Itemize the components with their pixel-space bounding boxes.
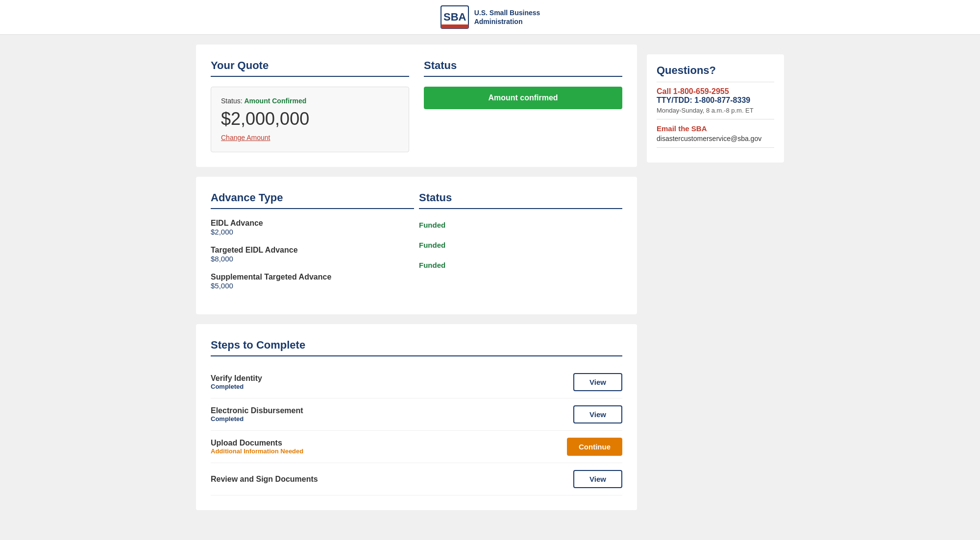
step-disbursement-name: Electronic Disbursement: [211, 406, 303, 415]
step-verify-status: Completed: [211, 383, 262, 390]
targeted-status-item: Funded: [419, 239, 622, 249]
step-verify-name: Verify Identity: [211, 374, 262, 383]
step-disbursement-status: Completed: [211, 415, 303, 423]
eidl-funded-status: Funded: [419, 219, 622, 229]
step-review-info: Review and Sign Documents: [211, 475, 318, 484]
phone-link[interactable]: Call 1-800-659-2955: [657, 87, 774, 96]
step-review-sign: Review and Sign Documents View: [211, 463, 622, 495]
advance-type-title: Advance Type: [211, 191, 414, 209]
step-verify-info: Verify Identity Completed: [211, 374, 262, 390]
quote-box: Status: Amount Confirmed $2,000,000 Chan…: [211, 87, 409, 152]
amount-confirmed-button[interactable]: Amount confirmed: [424, 87, 622, 109]
supplemental-advance-amount: $5,000: [211, 282, 414, 290]
step-upload-continue-button[interactable]: Continue: [567, 438, 622, 456]
status-title: Status: [424, 59, 622, 77]
steps-title: Steps to Complete: [211, 339, 622, 356]
advance-type-col: Advance Type EIDL Advance $2,000 Targete…: [211, 191, 414, 300]
quote-amount: $2,000,000: [221, 109, 399, 129]
step-disbursement-info: Electronic Disbursement Completed: [211, 406, 303, 423]
email-label[interactable]: Email the SBA: [657, 124, 774, 133]
quote-status-grid: Your Quote Status: Amount Confirmed $2,0…: [211, 59, 622, 152]
questions-divider: [657, 82, 774, 82]
supplemental-advance-item: Supplemental Targeted Advance $5,000: [211, 273, 414, 290]
steps-card: Steps to Complete Verify Identity Comple…: [196, 324, 637, 510]
quote-status-card: Your Quote Status: Amount Confirmed $2,0…: [196, 45, 637, 167]
advance-status-title: Status: [419, 191, 622, 209]
targeted-eidl-advance-amount: $8,000: [211, 255, 414, 263]
hours-text: Monday-Sunday, 8 a.m.-8 p.m. ET: [657, 107, 774, 114]
advance-status-col: Status Funded Funded Funded: [419, 191, 622, 300]
main-layout: Your Quote Status: Amount Confirmed $2,0…: [0, 35, 980, 520]
bottom-divider: [657, 147, 774, 148]
quote-status-value: Amount Confirmed: [244, 97, 306, 105]
sidebar: Questions? Call 1-800-659-2955 TTY/TDD: …: [647, 45, 784, 510]
email-address: disastercustomerservice@sba.gov: [657, 135, 774, 142]
step-verify-view-button[interactable]: View: [573, 373, 622, 391]
targeted-eidl-advance-item: Targeted EIDL Advance $8,000: [211, 246, 414, 263]
questions-section: Questions? Call 1-800-659-2955 TTY/TDD: …: [647, 54, 784, 163]
step-review-name: Review and Sign Documents: [211, 475, 318, 484]
step-upload-name: Upload Documents: [211, 439, 303, 447]
your-quote-title: Your Quote: [211, 59, 409, 77]
supplemental-status-item: Funded: [419, 259, 622, 269]
step-electronic-disbursement: Electronic Disbursement Completed View: [211, 399, 622, 431]
status-section: Status Amount confirmed: [424, 59, 622, 152]
questions-title: Questions?: [657, 64, 774, 77]
step-upload-info: Upload Documents Additional Information …: [211, 439, 303, 455]
quote-status-label: Status: Amount Confirmed: [221, 97, 399, 105]
content-area: Your Quote Status: Amount Confirmed $2,0…: [196, 45, 637, 510]
step-upload-status: Additional Information Needed: [211, 447, 303, 455]
targeted-funded-status: Funded: [419, 239, 622, 249]
step-upload-documents: Upload Documents Additional Information …: [211, 431, 622, 463]
logo-text: U.S. Small Business Administration: [474, 8, 540, 26]
header: SBA U.S. Small Business Administration: [0, 0, 980, 35]
svg-text:SBA: SBA: [443, 11, 466, 23]
advance-type-card: Advance Type EIDL Advance $2,000 Targete…: [196, 177, 637, 314]
step-review-view-button[interactable]: View: [573, 470, 622, 488]
supplemental-advance-name: Supplemental Targeted Advance: [211, 273, 414, 282]
email-divider: [657, 119, 774, 119]
step-disbursement-view-button[interactable]: View: [573, 405, 622, 423]
supplemental-funded-status: Funded: [419, 259, 622, 269]
svg-rect-2: [441, 24, 468, 28]
advance-grid: Advance Type EIDL Advance $2,000 Targete…: [211, 191, 622, 300]
eidl-status-item: Funded: [419, 219, 622, 229]
sba-logo-icon: SBA: [440, 5, 469, 29]
targeted-eidl-advance-name: Targeted EIDL Advance: [211, 246, 414, 255]
tty-link[interactable]: TTY/TDD: 1-800-877-8339: [657, 96, 774, 105]
logo-container: SBA U.S. Small Business Administration: [440, 5, 540, 29]
eidl-advance-name: EIDL Advance: [211, 219, 414, 228]
eidl-advance-item: EIDL Advance $2,000: [211, 219, 414, 236]
eidl-advance-amount: $2,000: [211, 228, 414, 236]
step-verify-identity: Verify Identity Completed View: [211, 366, 622, 399]
change-amount-link[interactable]: Change Amount: [221, 134, 270, 141]
your-quote-section: Your Quote Status: Amount Confirmed $2,0…: [211, 59, 409, 152]
